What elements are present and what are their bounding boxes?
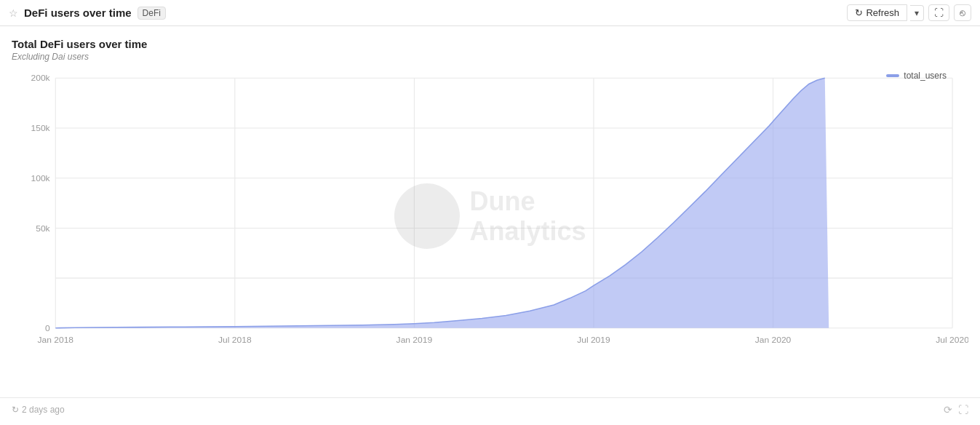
expand-button[interactable]: ⛶ (928, 4, 949, 21)
footer-right: ⟳ ⛶ (944, 404, 968, 416)
svg-text:Jul 2018: Jul 2018 (218, 335, 252, 345)
footer-refresh-icon[interactable]: ⟳ (944, 404, 952, 416)
footer-expand-icon[interactable]: ⛶ (958, 404, 968, 416)
chart-title: Total DeFi users over time (12, 38, 968, 50)
svg-text:Jul 2019: Jul 2019 (577, 335, 610, 345)
svg-text:Jul 2020: Jul 2020 (936, 335, 968, 345)
header-right: ↻ Refresh ▾ ⛶ ⎋ (847, 4, 971, 21)
svg-text:200k: 200k (31, 74, 49, 83)
legend-swatch (886, 74, 899, 77)
svg-text:150k: 150k (31, 123, 49, 132)
page-title: DeFi users over time (24, 7, 132, 19)
header-left: ☆ DeFi users over time DeFi (9, 7, 166, 20)
star-icon[interactable]: ☆ (9, 7, 18, 19)
refresh-button[interactable]: ↻ Refresh (847, 4, 907, 21)
svg-text:0: 0 (45, 323, 50, 333)
svg-text:Jan 2019: Jan 2019 (397, 335, 433, 345)
chart-legend: total_users (886, 71, 947, 81)
timestamp: 2 days ago (22, 405, 65, 415)
defi-badge: DeFi (138, 7, 166, 20)
clock-icon: ↻ (12, 405, 19, 415)
header: ☆ DeFi users over time DeFi ↻ Refresh ▾ … (0, 0, 980, 26)
legend-label: total_users (904, 71, 947, 81)
chart-container: Total DeFi users over time Excluding Dai… (0, 26, 980, 397)
footer-left: ↻ 2 days ago (12, 405, 65, 415)
chart-area: total_users 200k 150k 100k 50k 0 (12, 71, 968, 362)
refresh-label: Refresh (866, 7, 899, 18)
chart-svg: 200k 150k 100k 50k 0 Jan 2018 Jul 2018 J… (12, 71, 968, 362)
refresh-dropdown-button[interactable]: ▾ (910, 5, 924, 21)
share-button[interactable]: ⎋ (954, 4, 971, 21)
svg-text:Jan 2020: Jan 2020 (755, 335, 792, 345)
footer: ↻ 2 days ago ⟳ ⛶ (0, 397, 980, 421)
refresh-icon: ↻ (855, 7, 863, 18)
chart-subtitle: Excluding Dai users (12, 52, 968, 62)
svg-text:50k: 50k (36, 223, 50, 233)
svg-text:Jan 2018: Jan 2018 (38, 335, 74, 345)
svg-text:100k: 100k (31, 173, 49, 183)
